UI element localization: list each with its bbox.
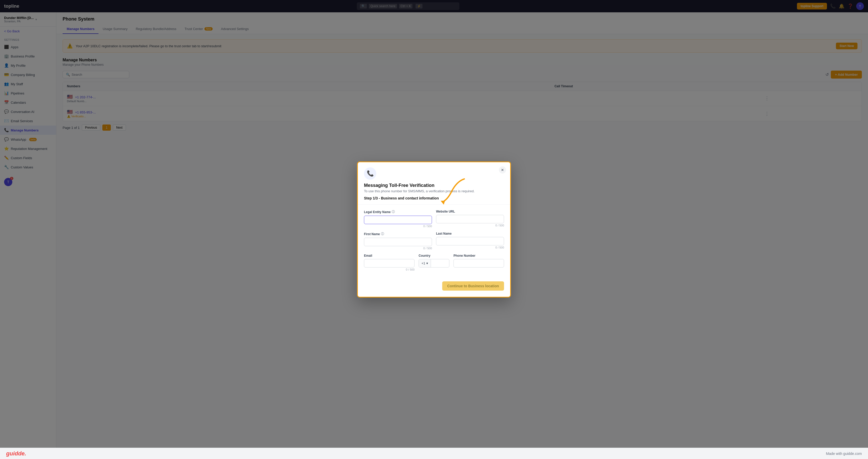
email-group: Email 0 / 500 [364,254,414,271]
form-row-1: Legal Entity Name ⓘ 0 / 500 Website URL … [364,210,504,228]
modal-title: Messaging Toll-Free Verification [364,183,504,188]
phone-number-input[interactable] [454,259,504,267]
email-char-count: 0 / 500 [364,268,414,271]
form-row-3: Email 0 / 500 Country +1 ▾ [364,254,504,271]
guidde-logo: guidde. [6,450,26,457]
last-name-group: Last Name 0 / 500 [436,232,504,250]
first-name-group: First Name ⓘ 0 / 500 [364,232,432,250]
legal-entity-label: Legal Entity Name ⓘ [364,210,432,214]
modal-step: Step 1/3 - Business and contact informat… [364,196,504,200]
last-name-char-count: 0 / 500 [436,246,504,249]
website-url-group: Website URL 0 / 500 [436,210,504,228]
bottom-bar-text: Made with guidde.com [826,452,862,456]
info-icon[interactable]: ⓘ [381,232,384,236]
website-url-label: Website URL [436,210,504,213]
email-label: Email [364,254,414,257]
website-url-input[interactable] [436,215,504,223]
legal-entity-char-count: 0 / 500 [364,225,432,228]
country-select[interactable]: +1 ▾ [418,259,450,267]
email-input[interactable] [364,259,414,267]
modal-body: Legal Entity Name ⓘ 0 / 500 Website URL … [358,205,510,281]
modal-close-button[interactable]: ✕ [499,166,506,174]
country-label: Country [418,254,450,257]
country-group: Country +1 ▾ [418,254,450,271]
last-name-label: Last Name [436,232,504,235]
form-row-2: First Name ⓘ 0 / 500 Last Name 0 / 500 [364,232,504,250]
continue-button[interactable]: Continue to Business location [442,281,504,291]
website-url-char-count: 0 / 500 [436,224,504,227]
phone-modal-icon: 📞 [367,170,374,177]
phone-number-group: Phone Number [454,254,504,271]
modal-footer: Continue to Business location [358,281,510,297]
legal-entity-group: Legal Entity Name ⓘ 0 / 500 [364,210,432,228]
modal-overlay[interactable]: 📞 ✕ Messaging Toll-Free Verification To … [0,0,868,459]
modal-icon-wrap: 📞 [364,167,376,180]
first-name-label: First Name ⓘ [364,232,432,236]
legal-entity-input[interactable] [364,216,432,224]
modal-header: 📞 ✕ Messaging Toll-Free Verification To … [358,162,510,205]
info-icon[interactable]: ⓘ [392,210,395,214]
country-code[interactable]: +1 ▾ [419,259,431,267]
last-name-input[interactable] [436,237,504,246]
modal-subtitle: To use this phone number for SMS/MMS, a … [364,189,504,193]
phone-number-label: Phone Number [454,254,504,257]
bottom-bar: guidde. Made with guidde.com [0,448,868,459]
first-name-char-count: 0 / 500 [364,247,432,250]
first-name-input[interactable] [364,238,432,246]
chevron-down-icon: ▾ [426,261,428,265]
verification-modal: 📞 ✕ Messaging Toll-Free Verification To … [357,162,511,297]
